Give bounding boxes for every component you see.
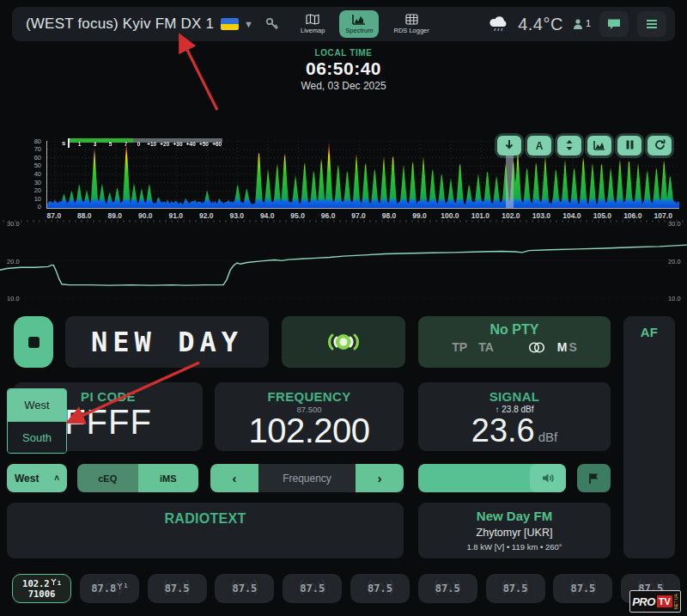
stop-button[interactable]	[14, 316, 53, 368]
arrow-down-icon	[504, 139, 514, 152]
signal-panel: SIGNAL ↑ 23.8 dBf 23.6dBf	[418, 382, 611, 451]
pause-icon	[626, 140, 634, 151]
preset-button-8[interactable]: 87.5	[486, 574, 545, 603]
preset-button-9[interactable]: 87.5	[553, 574, 612, 603]
chat-button[interactable]	[599, 11, 629, 37]
signal-y-tick: 10.0	[668, 295, 681, 302]
spectrum-x-tick: 91.0	[168, 211, 183, 220]
preset-button-7[interactable]: 87.5	[418, 574, 477, 603]
spectrum-x-tick: 101.0	[471, 211, 489, 220]
stereo-icon	[527, 341, 546, 354]
spectrum-y-tick: 80	[7, 137, 41, 145]
protv-net-text: NET.UA	[674, 594, 678, 609]
signal-canvas	[0, 220, 687, 306]
frequency-down-button[interactable]: ‹	[210, 464, 258, 492]
menu-button[interactable]	[637, 11, 666, 37]
ms-music-flag: M	[557, 340, 568, 354]
rds-ps-panel: NEW DAY	[65, 316, 269, 368]
user-icon	[572, 18, 584, 30]
antenna-option-west[interactable]: West	[8, 389, 66, 421]
spectrum-pause-button[interactable]	[617, 136, 641, 156]
report-flag-button[interactable]	[577, 464, 611, 492]
spectrum-x-tick: 106.0	[623, 211, 641, 220]
spectrum-arrow-down-button[interactable]	[497, 136, 521, 156]
spectrum-x-tick: 90.0	[138, 211, 153, 220]
admin-key-icon[interactable]	[265, 17, 279, 31]
ms-speech-flag: S	[568, 340, 576, 354]
ims-button[interactable]: iMS	[138, 464, 199, 492]
frequency-up-button[interactable]: ›	[356, 464, 404, 492]
eq-ims-toggle-group: cEQ iMS	[77, 464, 198, 492]
spectrum-x-tick: 93.0	[229, 211, 244, 220]
nav-rds-logger[interactable]: RDS Logger	[387, 10, 435, 38]
preset-frequency: 87.5	[503, 582, 528, 595]
signal-value: 23.6dBf	[418, 414, 611, 454]
spectrum-graph-button[interactable]	[587, 136, 611, 156]
spectrum-x-tick: 88.0	[77, 211, 92, 220]
spectrum-y-tick: 10	[7, 195, 41, 203]
volume-slider[interactable]	[418, 464, 566, 492]
signal-y-tick: 30.0	[668, 220, 681, 228]
spectrum-refresh-button[interactable]	[647, 136, 672, 156]
preset-frequency: 87.5	[570, 582, 595, 595]
preset-button-3[interactable]: 87.5	[148, 574, 207, 603]
nav-rds-logger-label: RDS Logger	[393, 27, 429, 34]
antenna-option-south[interactable]: South	[8, 421, 66, 453]
protv-tv-text: TV	[657, 595, 672, 607]
preset-frequency: 87.5	[435, 582, 460, 595]
protv-watermark: PROTVNET.UA	[629, 590, 681, 613]
preset-button-6[interactable]: 87.5	[350, 574, 410, 603]
local-time-value: 06:50:40	[0, 58, 687, 79]
spectrum-letter-a-button[interactable]: A	[527, 136, 551, 156]
flag-icon	[588, 473, 599, 485]
spectrum-y-tick: 30	[7, 179, 41, 186]
station-name[interactable]: New Day FM	[418, 509, 611, 523]
preset-button-2[interactable]: 87.81	[80, 574, 139, 603]
map-icon	[306, 14, 319, 25]
spectrum-x-tick: 98.0	[382, 211, 397, 220]
spectrum-arrows-vertical-button[interactable]	[557, 136, 581, 156]
station-location: Zhytomyr [UKR]	[418, 527, 611, 539]
spectrum-x-tick: 95.0	[290, 211, 305, 220]
preset-button-4[interactable]: 87.5	[215, 574, 274, 603]
frequency-value[interactable]: 102.200	[215, 414, 404, 447]
smeter-tick: 7	[125, 141, 128, 147]
local-date: Wed, 03 Dec 2025	[0, 80, 687, 92]
spectrum-x-tick: 103.0	[532, 211, 550, 220]
broadcast-indicator-panel[interactable]	[282, 316, 405, 368]
chart-icon	[352, 14, 366, 25]
spectrum-y-tick: 50	[7, 162, 41, 169]
af-label: AF	[623, 325, 675, 339]
graph-icon	[593, 140, 605, 152]
frequency-label: FREQUENCY	[215, 389, 404, 404]
smeter-tick: 1	[78, 141, 82, 147]
spectrum-analyzer: 80706050403020100 87.088.089.090.091.092…	[5, 127, 682, 222]
speaker-icon	[542, 473, 555, 484]
local-time-label: LOCAL TIME	[0, 48, 687, 58]
signal-y-tick: 20.0	[7, 258, 20, 265]
preset-button-1[interactable]: 102.2171006	[12, 574, 71, 603]
letter-a-icon: A	[536, 140, 544, 152]
chevron-down-icon[interactable]: ▼	[244, 19, 253, 29]
frequency-stepper-label: Frequency	[258, 464, 356, 492]
nav-livemap[interactable]: Livemap	[295, 10, 331, 38]
temperature: 4.4°C	[518, 15, 563, 34]
spectrum-y-tick: 20	[7, 186, 41, 194]
s-meter-legend: s 13570+10+20+30+40+50+60	[62, 138, 222, 148]
preset-frequency: 87.5	[165, 582, 190, 595]
volume-thumb[interactable]	[530, 464, 566, 492]
antenna-dropdown-trigger[interactable]: West ˄	[7, 464, 67, 492]
top-bar: (WEST focus) Kyiv FM DX 1 ▼ Livemap Spec…	[12, 7, 675, 41]
server-title[interactable]: (WEST focus) Kyiv FM DX 1	[26, 15, 214, 33]
spectrum-y-tick: 0	[7, 203, 41, 210]
smeter-tick: 3	[94, 141, 97, 147]
spectrum-x-tick: 96.0	[321, 211, 336, 220]
preset-button-5[interactable]: 87.5	[283, 574, 342, 603]
nav-spectrum[interactable]: Spectrum	[339, 10, 379, 38]
refresh-icon	[654, 139, 666, 152]
ceq-button[interactable]: cEQ	[77, 464, 138, 492]
smeter-tick: +50	[199, 141, 209, 147]
smeter-tick: 5	[109, 141, 112, 147]
arrows-vertical-icon	[565, 139, 574, 153]
smeter-tick: 0	[137, 141, 141, 147]
